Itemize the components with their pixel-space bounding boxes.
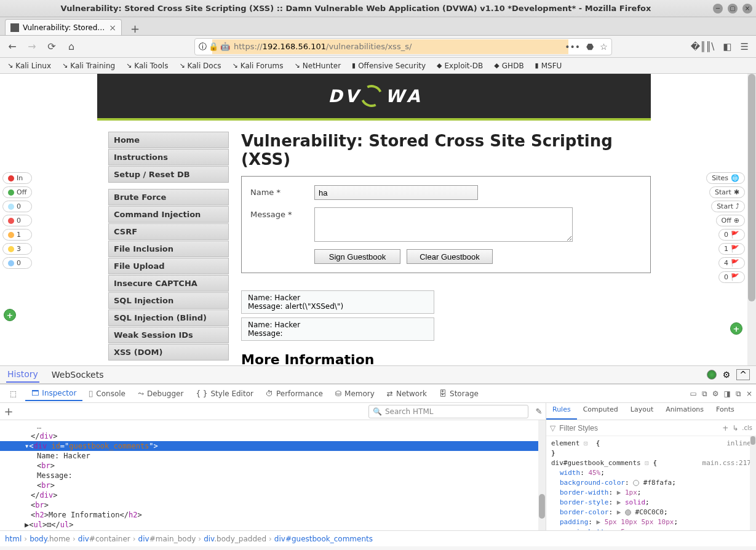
devtools-tab-style-editor[interactable]: { }Style Editor xyxy=(189,386,260,401)
ext-pill[interactable]: Start⤴ xyxy=(711,201,745,212)
ext-pill[interactable]: Sites🌐 xyxy=(706,172,745,184)
sidebar-item[interactable]: Command Injection xyxy=(108,206,229,223)
dt-responsive-icon[interactable]: ▭ xyxy=(690,389,696,398)
url-bar[interactable]: ⓘ 🔒 🤖 https://192.168.56.101/vulnerabili… xyxy=(194,38,612,55)
cls-toggle[interactable]: .cls xyxy=(742,424,752,431)
sign-guestbook-button[interactable]: Sign Guestbook xyxy=(314,249,400,264)
hud-collapse-icon[interactable]: ^ xyxy=(736,369,750,380)
new-tab-button[interactable]: + xyxy=(125,22,145,35)
sidebar-item[interactable]: File Inclusion xyxy=(108,241,229,257)
rules-tab-rules[interactable]: Rules xyxy=(546,403,577,420)
hover-icon[interactable]: ↳ xyxy=(732,424,738,432)
browser-tab[interactable]: Vulnerability: Stored Cro × xyxy=(5,19,122,35)
bookmark-item[interactable]: ↘Kali Linux xyxy=(2,60,56,71)
ext-pill[interactable]: 0 xyxy=(2,201,32,212)
ext-pill[interactable]: 0 xyxy=(2,215,32,226)
breadcrumb-item[interactable]: div#guestbook_comments xyxy=(274,535,373,543)
sidebar-item[interactable]: SQL Injection (Blind) xyxy=(108,309,229,326)
devtools-pick-element[interactable]: ⬚ xyxy=(4,387,23,401)
breadcrumb-item[interactable]: div.body_padded xyxy=(204,535,266,543)
breadcrumb-item[interactable]: html xyxy=(5,535,22,543)
devtools-tab-inspector[interactable]: 🗖Inspector xyxy=(25,386,82,401)
hud-tab-websockets[interactable]: WebSockets xyxy=(50,367,105,382)
close-btn[interactable]: × xyxy=(742,4,752,14)
filter-styles-input[interactable] xyxy=(559,424,718,432)
dt-popout-icon[interactable]: ⧉ xyxy=(736,389,741,398)
library-icon[interactable]: �║║\ xyxy=(691,41,715,52)
devtools-search-input[interactable]: 🔍 Search HTML xyxy=(368,405,528,418)
ext-pill[interactable]: In xyxy=(2,172,32,184)
add-rule-icon[interactable]: + xyxy=(722,424,728,432)
dt-close-icon[interactable]: × xyxy=(746,389,752,398)
bookmark-item[interactable]: ▮MSFU xyxy=(530,60,567,71)
sidebar-item[interactable]: Brute Force xyxy=(108,189,229,205)
bookmark-item[interactable]: ↘Kali Forums xyxy=(228,60,288,71)
reload-button[interactable]: ⟳ xyxy=(44,39,59,54)
ext-pill[interactable]: 1🚩 xyxy=(718,243,745,255)
sidebar-item[interactable]: File Upload xyxy=(108,258,229,274)
bookmark-item[interactable]: ↘Kali Docs xyxy=(174,60,226,71)
home-button[interactable]: ⌂ xyxy=(64,39,79,54)
ext-pill[interactable]: 0 xyxy=(2,257,32,269)
rules-tab-layout[interactable]: Layout xyxy=(624,403,659,420)
rules-tab-animations[interactable]: Animations xyxy=(659,403,710,420)
devtools-tab-network[interactable]: ⇄Network xyxy=(381,386,433,401)
bookmark-item[interactable]: ↘NetHunter xyxy=(290,60,346,71)
more-actions-icon[interactable]: ••• xyxy=(565,42,580,52)
breadcrumb-item[interactable]: body.home xyxy=(30,535,70,543)
devtools-tab-memory[interactable]: ⛁Memory xyxy=(329,386,381,401)
sidebar-icon[interactable]: ◧ xyxy=(723,41,731,52)
sidebar-item[interactable]: CSRF xyxy=(108,223,229,240)
devtools-edit-icon[interactable]: ✎ xyxy=(532,407,546,416)
sidebar-item[interactable]: Setup / Reset DB xyxy=(108,166,229,183)
breadcrumb-item[interactable]: div#main_body xyxy=(138,535,196,543)
clear-guestbook-button[interactable]: Clear Guestbook xyxy=(407,249,493,264)
bookmark-item[interactable]: ◆Exploit-DB xyxy=(432,60,488,71)
devtools-breadcrumb[interactable]: html›body.home›div#container›div#main_bo… xyxy=(0,530,756,546)
bookmark-item[interactable]: ▮Offensive Security xyxy=(347,60,431,71)
ext-pill[interactable]: 3 xyxy=(2,243,32,255)
bookmark-item[interactable]: ↘Kali Training xyxy=(57,60,120,71)
devtools-tab-console[interactable]: ⌷Console xyxy=(82,386,132,401)
tab-close-icon[interactable]: × xyxy=(109,23,116,33)
dt-screenshot-icon[interactable]: ⧉ xyxy=(702,389,707,398)
devtools-add-node[interactable]: + xyxy=(0,405,17,418)
maximize-btn[interactable]: ▢ xyxy=(728,4,738,14)
rules-tab-fonts[interactable]: Fonts xyxy=(710,403,741,420)
rules-tab-computed[interactable]: Computed xyxy=(577,403,624,420)
rules-body[interactable]: element ⊡ {inline}div#guestbook_comments… xyxy=(546,436,756,530)
devtools-tab-debugger[interactable]: ⤳Debugger xyxy=(132,386,189,401)
ext-pill[interactable]: 4🚩 xyxy=(718,257,745,269)
pocket-icon[interactable]: ⬣ xyxy=(586,42,594,52)
dt-settings-icon[interactable]: ⚙ xyxy=(712,389,719,398)
sidebar-item[interactable]: SQL Injection xyxy=(108,292,229,309)
ext-pill[interactable]: 0🚩 xyxy=(718,229,745,241)
hud-tab-history[interactable]: History xyxy=(6,367,39,383)
message-textarea[interactable] xyxy=(314,207,573,242)
devtools-tab-performance[interactable]: ⏱Performance xyxy=(260,386,329,401)
back-button[interactable]: ← xyxy=(5,39,20,54)
menu-icon[interactable]: ☰ xyxy=(741,41,749,52)
breadcrumb-item[interactable]: div#container xyxy=(78,535,130,543)
bookmark-item[interactable]: ↘Kali Tools xyxy=(121,60,173,71)
bookmark-item[interactable]: ◆GHDB xyxy=(489,60,528,71)
forward-button[interactable]: → xyxy=(25,39,39,54)
info-icon[interactable]: ⓘ xyxy=(199,41,207,52)
ext-pill[interactable]: Off⊕ xyxy=(716,215,745,226)
bookmark-star-icon[interactable]: ☆ xyxy=(600,42,608,52)
hud-settings-icon[interactable]: ⚙ xyxy=(723,370,731,380)
add-extension-button-right[interactable]: + xyxy=(730,322,742,335)
ext-pill[interactable]: Start✱ xyxy=(709,186,745,198)
dt-dock-icon[interactable]: ◨ xyxy=(724,389,731,398)
sidebar-item[interactable]: XSS (DOM) xyxy=(108,344,229,361)
ext-pill[interactable]: 0🚩 xyxy=(718,271,745,283)
ext-pill[interactable]: 1 xyxy=(2,229,32,241)
sidebar-item[interactable]: Instructions xyxy=(108,149,229,165)
sidebar-item[interactable]: Home xyxy=(108,132,229,148)
add-extension-button[interactable]: + xyxy=(4,309,16,321)
devtools-tab-storage[interactable]: 🗄Storage xyxy=(433,386,485,401)
hud-status-icon[interactable] xyxy=(707,370,717,380)
name-input[interactable] xyxy=(314,185,478,200)
sidebar-item[interactable]: Insecure CAPTCHA xyxy=(108,275,229,292)
viewport-scrollbar[interactable] xyxy=(747,74,756,365)
